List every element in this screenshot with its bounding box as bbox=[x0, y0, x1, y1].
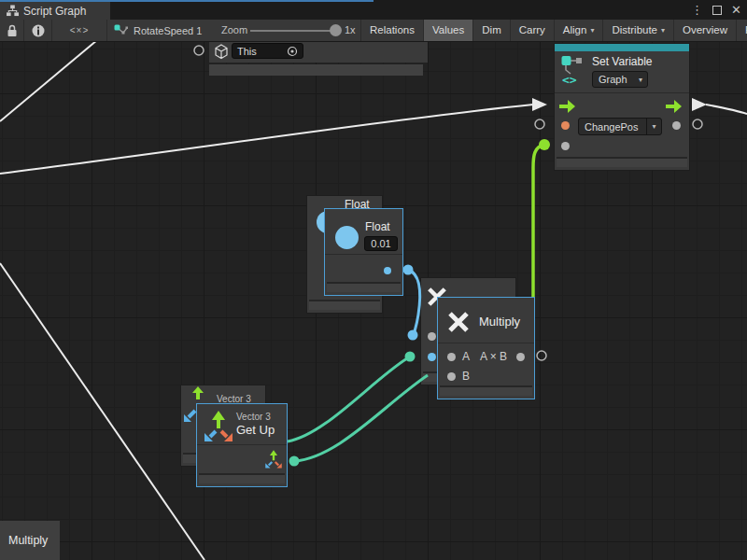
tab-bar: Script Graph ⋮ ✕ bbox=[0, 0, 747, 20]
flow-out-port[interactable] bbox=[666, 100, 682, 113]
node-footer bbox=[557, 157, 687, 167]
relation-wire bbox=[0, 263, 204, 560]
graph-canvas[interactable]: Float Vector 3 bbox=[0, 42, 747, 560]
code-view-button[interactable]: <×> bbox=[52, 20, 107, 41]
get-up-node[interactable]: Vector 3 Get Up bbox=[196, 403, 288, 487]
node-footer bbox=[309, 300, 380, 310]
this-node[interactable]: This bbox=[209, 42, 428, 63]
node-title: Get Up bbox=[236, 423, 275, 437]
relation-wire bbox=[0, 42, 97, 121]
overview-button[interactable]: Overview bbox=[673, 20, 736, 41]
node-footer bbox=[440, 385, 532, 396]
hierarchy-icon bbox=[7, 5, 19, 17]
align-button[interactable]: Align▾ bbox=[554, 20, 603, 41]
multiply-node-cut[interactable]: Multiply bbox=[0, 521, 60, 560]
cube-icon bbox=[214, 44, 229, 60]
menu-kebab-icon[interactable]: ⋮ bbox=[691, 0, 703, 20]
flow-wire-green bbox=[533, 145, 544, 305]
input-port[interactable] bbox=[428, 332, 436, 341]
divider bbox=[438, 343, 534, 343]
svg-text:<>: <> bbox=[562, 73, 577, 85]
output-port[interactable] bbox=[516, 353, 525, 361]
graph-name: RotateSpeed 1 bbox=[134, 25, 202, 36]
input-b-port[interactable] bbox=[447, 372, 456, 381]
graph-icon bbox=[114, 24, 128, 37]
vector-wire bbox=[294, 375, 428, 461]
carry-button[interactable]: Carry bbox=[510, 20, 554, 41]
relation-wire bbox=[706, 105, 747, 114]
relations-button[interactable]: Relations bbox=[360, 20, 423, 41]
divider bbox=[325, 254, 402, 255]
divider bbox=[197, 444, 287, 445]
input-b-label: B bbox=[462, 370, 470, 383]
lock-icon bbox=[7, 24, 18, 37]
flow-arrowhead bbox=[532, 98, 547, 111]
tab-script-graph[interactable]: Script Graph bbox=[0, 2, 110, 20]
code-icon: <×> bbox=[70, 25, 90, 35]
set-variable-icon: <> bbox=[561, 55, 585, 85]
zoom-value: 1x bbox=[345, 20, 356, 41]
multiply-icon bbox=[447, 311, 470, 333]
info-icon bbox=[32, 24, 45, 37]
node-title: Multiply bbox=[0, 534, 48, 547]
window-controls: ⋮ ✕ bbox=[691, 0, 745, 20]
gameobject-field[interactable]: This bbox=[232, 43, 303, 59]
unconnected-port[interactable] bbox=[535, 119, 544, 129]
unconnected-port[interactable] bbox=[537, 351, 546, 360]
input-a-label: A bbox=[462, 350, 470, 363]
target-picker-icon[interactable] bbox=[287, 46, 298, 57]
unconnected-port[interactable] bbox=[194, 46, 204, 55]
unconnected-port[interactable] bbox=[693, 119, 702, 129]
vector-wire bbox=[288, 358, 407, 441]
float-value-field[interactable]: 0.01 bbox=[364, 236, 398, 251]
variable-scope-dropdown[interactable]: Graph ▾ bbox=[592, 71, 648, 88]
value-input-port[interactable] bbox=[561, 142, 570, 150]
graph-toolbar: <×> RotateSpeed 1 Zoom 1x Relations Valu… bbox=[0, 20, 747, 42]
variable-accent-bar bbox=[555, 44, 689, 51]
relation-wire bbox=[0, 105, 533, 174]
flow-in-port[interactable] bbox=[559, 100, 575, 113]
vector3-output-port[interactable] bbox=[264, 449, 283, 469]
toolbar-buttons: Relations Values Dim Carry Align▾ Distri… bbox=[360, 20, 747, 41]
float-icon bbox=[335, 226, 359, 249]
zoom-label: Zoom bbox=[221, 20, 247, 41]
maximize-icon[interactable] bbox=[712, 6, 722, 15]
float-wire bbox=[408, 270, 420, 335]
field-value: This bbox=[237, 46, 287, 57]
graph-breadcrumb[interactable]: RotateSpeed 1 bbox=[114, 20, 202, 41]
input-a-port[interactable] bbox=[447, 353, 456, 361]
variable-name-dropdown[interactable]: ChangePos ▾ bbox=[578, 118, 662, 135]
set-variable-node[interactable]: <> Set Variable Graph ▾ ChangePos ▾ bbox=[554, 43, 690, 171]
node-footer bbox=[327, 282, 401, 292]
node-title: Multiply bbox=[479, 315, 520, 329]
node-subtitle: Vector 3 bbox=[236, 412, 271, 422]
input-port-float[interactable] bbox=[428, 353, 436, 361]
values-button[interactable]: Values bbox=[423, 20, 472, 41]
zoom-slider-knob[interactable] bbox=[330, 24, 342, 36]
vector3-sw-arrow-icon bbox=[184, 409, 197, 422]
flow-arrowhead bbox=[692, 98, 707, 111]
wire-end bbox=[289, 456, 300, 467]
distribute-button[interactable]: Distribute▾ bbox=[602, 20, 673, 41]
dim-button[interactable]: Dim bbox=[472, 20, 509, 41]
lock-button[interactable] bbox=[0, 20, 24, 41]
output-port[interactable] bbox=[672, 121, 681, 130]
close-icon[interactable]: ✕ bbox=[731, 0, 741, 20]
float-output-port[interactable] bbox=[384, 267, 391, 274]
wire-end bbox=[539, 139, 550, 150]
node-title: Float bbox=[365, 220, 390, 233]
wire-end bbox=[405, 352, 416, 362]
zoom-slider-track[interactable] bbox=[250, 30, 334, 32]
vector3-up-arrow-icon bbox=[191, 386, 204, 400]
multiply-node[interactable]: Multiply A A × B B bbox=[437, 297, 535, 399]
chevron-down-icon[interactable]: ▾ bbox=[646, 119, 661, 134]
info-button[interactable] bbox=[24, 20, 52, 41]
fullscreen-button[interactable]: Full Screen bbox=[736, 20, 747, 41]
node-title: Set Variable bbox=[592, 55, 652, 68]
float-node[interactable]: Float 0.01 bbox=[324, 208, 403, 296]
vector3-icon bbox=[203, 409, 234, 442]
divider bbox=[555, 92, 689, 93]
chevron-down-icon: ▾ bbox=[639, 76, 647, 84]
output-label: A × B bbox=[480, 350, 507, 363]
variable-name-port[interactable] bbox=[561, 121, 570, 130]
